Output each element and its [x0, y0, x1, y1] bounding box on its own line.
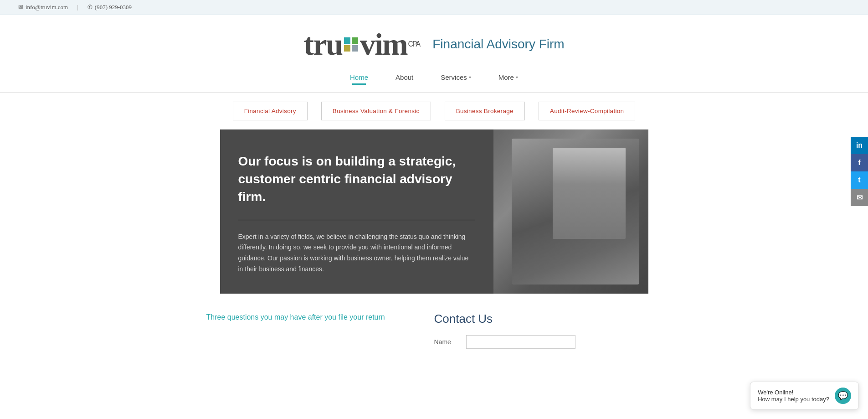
phone-contact[interactable]: ✆ (907) 929-0309 [87, 4, 132, 11]
nav-label-more: More [498, 73, 514, 81]
bottom-left: Three questions you may have after you f… [206, 312, 398, 353]
phone-icon: ✆ [87, 4, 92, 11]
nav-item-home[interactable]: Home [350, 73, 368, 85]
hero-section: Our focus is on building a strategic, cu… [220, 129, 648, 294]
logo-vim: vim [360, 29, 407, 60]
service-btn-audit-review[interactable]: Audit-Review-Compilation [539, 102, 636, 120]
email-contact[interactable]: ✉ info@truvim.com [18, 4, 68, 11]
contact-us-section: Contact Us Name [434, 312, 662, 353]
bottom-left-title[interactable]: Three questions you may have after you f… [206, 312, 398, 323]
nav-item-about[interactable]: About [395, 73, 413, 85]
chevron-down-icon: ▾ [469, 75, 471, 80]
name-label: Name [434, 338, 457, 346]
social-sidebar: in f t ✉ [851, 137, 868, 206]
bottom-section: Three questions you may have after you f… [0, 294, 868, 372]
nav-item-services[interactable]: Services ▾ [441, 73, 471, 85]
logo[interactable]: tru vim CPA Financial Advisory Firm [303, 29, 564, 60]
twitter-icon: t [858, 176, 860, 184]
name-input[interactable] [466, 335, 575, 349]
twitter-button[interactable]: t [851, 171, 868, 189]
nav-label-services: Services [441, 73, 467, 81]
name-field-row: Name [434, 335, 662, 349]
hero-image [493, 129, 648, 294]
square-olive [344, 45, 350, 52]
top-bar: ✉ info@truvim.com | ✆ (907) 929-0309 [0, 0, 868, 15]
linkedin-button[interactable]: in [851, 137, 868, 154]
square-teal [344, 37, 350, 44]
logo-tru: tru [303, 29, 342, 60]
square-green [352, 37, 358, 44]
hero-divider [238, 220, 475, 220]
hero-image-inner [493, 129, 648, 294]
email-icon: ✉ [18, 4, 23, 11]
logo-cpa: CPA [408, 41, 420, 48]
hero-body: Expert in a variety of fields, we believ… [238, 232, 475, 275]
phone-number: (907) 929-0309 [95, 4, 132, 11]
email-address: info@truvim.com [26, 4, 68, 11]
service-btn-business-valuation[interactable]: Business Valuation & Forensic [321, 102, 431, 120]
facebook-button[interactable]: f [851, 154, 868, 171]
hero-content: Our focus is on building a strategic, cu… [220, 129, 493, 294]
nav-label-home: Home [350, 73, 368, 81]
navigation: Home About Services ▾ More ▾ [0, 69, 868, 93]
email-social-icon: ✉ [857, 193, 863, 202]
logo-text: tru vim CPA [303, 29, 420, 60]
logo-squares [344, 37, 358, 52]
chevron-down-icon: ▾ [516, 75, 518, 80]
nav-label-about: About [395, 73, 413, 81]
facebook-icon: f [858, 159, 860, 167]
service-btn-business-brokerage[interactable]: Business Brokerage [445, 102, 525, 120]
service-buttons: Financial Advisory Business Valuation & … [0, 93, 868, 129]
email-social-button[interactable]: ✉ [851, 189, 868, 206]
separator: | [77, 4, 78, 11]
linkedin-icon: in [856, 141, 863, 150]
contact-us-title: Contact Us [434, 312, 662, 326]
square-gray [352, 45, 358, 52]
header: tru vim CPA Financial Advisory Firm [0, 15, 868, 69]
service-btn-financial-advisory[interactable]: Financial Advisory [233, 102, 308, 120]
firm-tagline: Financial Advisory Firm [432, 37, 564, 52]
hero-title: Our focus is on building a strategic, cu… [238, 152, 475, 206]
nav-item-more[interactable]: More ▾ [498, 73, 518, 85]
